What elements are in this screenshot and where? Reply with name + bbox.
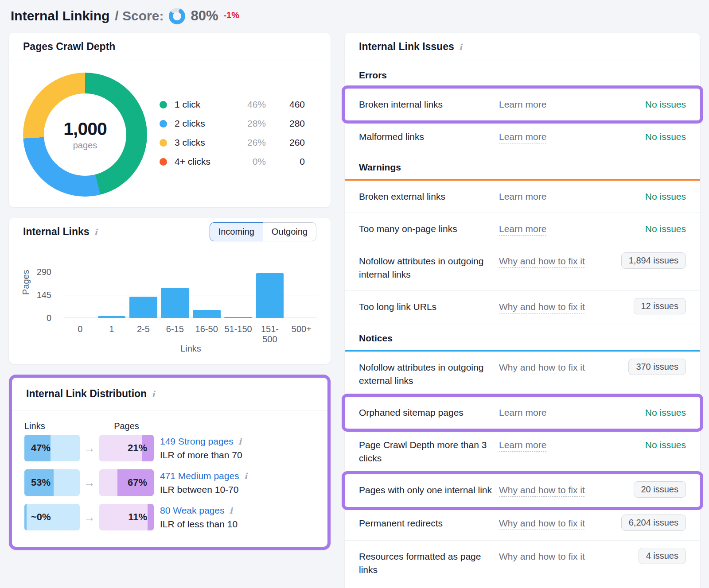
pages-crawl-depth-header: Pages Crawl Depth	[9, 33, 331, 61]
distribution-rows: 47%→21%149 Strong pagesiILR of more than…	[24, 435, 315, 530]
ilr-description: ILR of less than 10	[160, 519, 315, 530]
legend-value: 280	[273, 118, 305, 129]
internal-links-card: Internal Links i Incoming Outgoing Pages…	[9, 218, 331, 364]
issues-count-button[interactable]: 370 issues	[628, 359, 686, 375]
no-issues-status: No issues	[645, 130, 686, 143]
learn-more-link[interactable]: Learn more	[499, 190, 546, 203]
distribution-info-icon[interactable]: i	[152, 389, 155, 399]
issues-header: Internal Link Issues i	[345, 33, 700, 61]
crawl-depth-chart: 1,000 pages 1 click46%4602 clicks28%2803…	[9, 61, 331, 207]
distribution-row: 47%→21%149 Strong pagesiILR of more than…	[24, 435, 315, 461]
pages-share-bar: 67%	[99, 469, 154, 496]
pages-share-bar: 11%	[99, 504, 154, 530]
distribution-row: 53%→67%471 Medium pagesiILR between 10-7…	[24, 469, 315, 496]
issue-label: Resources formatted as page links	[359, 550, 492, 576]
x-axis-label: Links	[64, 344, 317, 354]
issues-count-button[interactable]: 4 issues	[639, 548, 686, 564]
toggle-incoming-button[interactable]: Incoming	[210, 222, 263, 241]
why-how-to-fix-link[interactable]: Why and how to fix it	[499, 517, 585, 530]
why-how-to-fix-link[interactable]: Why and how to fix it	[499, 361, 585, 374]
internal-links-info-icon[interactable]: i	[94, 227, 97, 237]
plot-area	[64, 272, 317, 318]
x-tick-label: 1	[96, 324, 127, 344]
legend-item: 4+ clicks0%0	[160, 156, 305, 167]
x-tick-label: 0	[64, 324, 96, 344]
learn-more-link[interactable]: Learn more	[499, 98, 546, 111]
arrow-right-icon: →	[80, 476, 99, 490]
crawl-depth-legend: 1 click46%4602 clicks28%2803 clicks26%26…	[160, 99, 305, 167]
section-heading-errors: Errors	[345, 61, 700, 87]
bars	[64, 272, 317, 318]
distribution-row: ~0%→11%80 Weak pagesiILR of less than 10	[24, 504, 315, 530]
why-how-to-fix-link[interactable]: Why and how to fix it	[499, 300, 585, 313]
legend-dot-icon	[160, 120, 167, 128]
why-how-to-fix-link[interactable]: Why and how to fix it	[499, 550, 585, 563]
issue-row: Malformed linksLearn moreNo issues	[345, 120, 700, 153]
crawl-depth-donut-chart: 1,000 pages	[23, 73, 147, 197]
distribution-link-line: 80 Weak pagesi	[160, 505, 315, 516]
pages-share-percent: 11%	[128, 511, 147, 523]
learn-more-link[interactable]: Learn more	[499, 130, 546, 143]
internal-link-distribution-card-highlighted: Internal Link Distribution i Links Pages…	[9, 375, 331, 550]
page-title: Internal Linking	[11, 8, 109, 23]
why-how-to-fix-link[interactable]: Why and how to fix it	[499, 255, 585, 268]
section-heading-notices: Notices	[345, 324, 700, 350]
toggle-outgoing-button[interactable]: Outgoing	[263, 222, 316, 241]
links-share-percent: ~0%	[31, 511, 51, 523]
distribution-row-text: 80 Weak pagesiILR of less than 10	[154, 505, 315, 530]
pages-group-info-icon[interactable]: i	[244, 471, 247, 481]
pages-crawl-depth-card: Pages Crawl Depth 1,000 pages 1 click46%…	[9, 33, 331, 207]
legend-label: 3 clicks	[175, 137, 227, 148]
links-share-bar: 47%	[24, 435, 80, 461]
learn-more-link[interactable]: Learn more	[499, 406, 546, 419]
issue-row: Nofollow attributes in outgoing external…	[345, 352, 700, 397]
legend-dot-icon	[160, 158, 167, 166]
bar-slot	[64, 272, 96, 318]
issues-count-button[interactable]: 1,894 issues	[621, 252, 686, 269]
learn-more-link[interactable]: Learn more	[499, 222, 546, 236]
pages-group-link[interactable]: 471 Medium pages	[160, 471, 239, 481]
no-issues-status: No issues	[645, 222, 686, 236]
pages-group-link[interactable]: 149 Strong pages	[160, 436, 234, 446]
pages-share-fill	[148, 504, 154, 530]
issue-row: Permanent redirectsWhy and how to fix it…	[345, 507, 700, 540]
x-tick-label: 16-50	[191, 324, 222, 344]
no-issues-status: No issues	[645, 98, 686, 111]
issue-row: Too long link URLsWhy and how to fix it1…	[345, 290, 700, 324]
distribution-column-headers: Links Pages	[24, 421, 315, 431]
arrow-right-icon: →	[80, 441, 99, 455]
bar-slot	[286, 272, 317, 318]
distribution-link-line: 471 Medium pagesi	[160, 471, 315, 481]
issues-count-button[interactable]: 20 issues	[634, 481, 686, 498]
page-header: Internal Linking / Score: 80% -1%	[11, 5, 239, 27]
pages-column-header: Pages	[99, 421, 154, 431]
pages-group-link[interactable]: 80 Weak pages	[160, 505, 225, 515]
issue-row: Nofollow attributes in outgoing internal…	[345, 245, 700, 290]
legend-dot-icon	[160, 139, 167, 147]
y-tick-label: 145	[37, 290, 51, 300]
issues-title: Internal Link Issues	[359, 41, 454, 53]
bar	[256, 273, 284, 318]
issues-info-icon[interactable]: i	[459, 42, 462, 52]
pages-group-info-icon[interactable]: i	[230, 506, 233, 515]
no-issues-status: No issues	[645, 406, 686, 419]
issues-body: ErrorsBroken internal linksLearn moreNo …	[345, 61, 700, 586]
ilr-description: ILR between 10-70	[160, 484, 315, 495]
pages-group-info-icon[interactable]: i	[238, 437, 242, 446]
legend-item: 3 clicks26%260	[160, 137, 305, 148]
learn-more-link[interactable]: Learn more	[499, 438, 546, 452]
issue-label: Broken internal links	[359, 98, 492, 111]
legend-percent: 0%	[234, 156, 266, 167]
bar	[98, 316, 126, 318]
why-how-to-fix-link[interactable]: Why and how to fix it	[499, 484, 585, 497]
issues-count-button[interactable]: 6,204 issues	[621, 514, 686, 531]
legend-percent: 46%	[234, 99, 266, 110]
legend-label: 1 click	[175, 99, 227, 110]
links-share-percent: 53%	[31, 477, 51, 488]
internal-links-bar-chart: Pages 2901450 012-56-1516-5051-150151-50…	[9, 246, 331, 364]
distribution-title: Internal Link Distribution	[26, 388, 147, 400]
links-column-header: Links	[24, 421, 80, 431]
arrow-right-icon: →	[80, 511, 99, 524]
legend-value: 260	[273, 137, 305, 148]
issues-count-button[interactable]: 12 issues	[634, 298, 686, 314]
